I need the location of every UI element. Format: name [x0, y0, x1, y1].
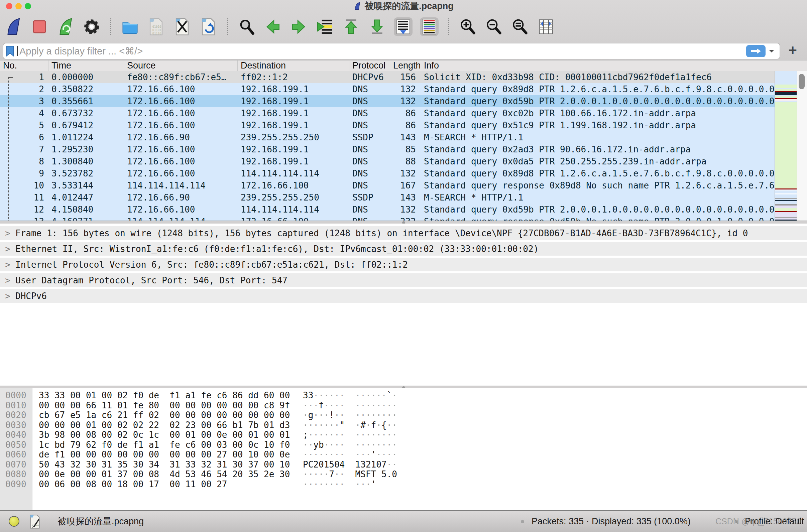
- packet-list[interactable]: 10.000000fe80::c89f:cb67:e5…ff02::1:2DHC…: [0, 71, 807, 221]
- start-capture-button[interactable]: [4, 17, 23, 36]
- go-forward-button[interactable]: [289, 17, 308, 36]
- display-filter-bar[interactable]: Apply a display filter ... <⌘/>: [3, 43, 780, 59]
- reload-file-button[interactable]: [199, 17, 218, 36]
- packet-row-12[interactable]: 124.150840172.16.66.100114.114.114.114DN…: [0, 204, 807, 215]
- column-header-destination[interactable]: Destination: [238, 60, 349, 71]
- minimap-band: [775, 194, 797, 198]
- cell: 0.679412: [49, 119, 124, 131]
- hex-row[interactable]: 0020cb 67 e5 1a c6 21 ff 02 00 00 00 00 …: [0, 410, 807, 420]
- packet-row-7[interactable]: 71.295230172.16.66.100192.168.199.1DNS85…: [0, 144, 807, 155]
- cell: 172.16.66.90: [124, 191, 238, 204]
- scrollbar-thumb[interactable]: [799, 74, 805, 89]
- hex-bytes: 00 06 00 08 00 18 00 17 00 11 00 27: [32, 479, 303, 490]
- hex-row[interactable]: 00403b 98 00 08 00 02 0c 1c 00 01 00 0e …: [0, 430, 807, 440]
- cell: 13: [0, 215, 49, 221]
- zoom-out-magnifier-icon: [485, 18, 502, 35]
- expert-info-indicator[interactable]: [9, 516, 19, 527]
- filter-dropdown-chevron-icon[interactable]: [768, 49, 775, 53]
- save-file-button[interactable]: 01010 01101 01110: [147, 17, 166, 36]
- auto-scroll-button[interactable]: [394, 17, 413, 36]
- cell: 192.168.199.1: [238, 155, 349, 167]
- cell: DNS: [349, 215, 390, 221]
- cell: 132: [390, 167, 420, 179]
- detail-text: Frame 1: 156 bytes on wire (1248 bits), …: [15, 228, 748, 238]
- hex-row[interactable]: 009000 06 00 08 00 18 00 17 00 11 00 27·…: [0, 479, 807, 490]
- packet-row-9[interactable]: 93.523782172.16.66.100114.114.114.114DNS…: [0, 167, 807, 179]
- cell: 172.16.66.90: [124, 131, 238, 144]
- find-packet-button[interactable]: [237, 17, 256, 36]
- packet-details-pane[interactable]: >Frame 1: 156 bytes on wire (1248 bits),…: [0, 224, 807, 386]
- cell: 0.350822: [49, 83, 124, 95]
- cell: 114.114.114.114: [124, 179, 238, 191]
- packet-row-11[interactable]: 114.012447172.16.66.90239.255.255.250SSD…: [0, 191, 807, 204]
- packet-row-10[interactable]: 103.533144114.114.114.114172.16.66.100DN…: [0, 179, 807, 191]
- detail-row[interactable]: >User Datagram Protocol, Src Port: 546, …: [0, 273, 807, 287]
- column-header-time[interactable]: Time: [49, 60, 124, 71]
- stop-capture-button[interactable]: [30, 17, 49, 36]
- resize-columns-button[interactable]: [537, 17, 555, 36]
- hex-row[interactable]: 003000 00 00 01 00 02 02 22 02 23 00 66 …: [0, 420, 807, 431]
- text-cursor: [17, 46, 18, 56]
- zoom-reset-button[interactable]: [510, 17, 529, 36]
- cell: ff02::1:2: [238, 71, 349, 83]
- hex-row[interactable]: 0060de f1 00 00 00 00 00 00 00 00 00 27 …: [0, 450, 807, 460]
- filter-bookmark-icon[interactable]: [6, 46, 14, 56]
- column-header-length[interactable]: Length: [390, 60, 420, 71]
- colorize-packets-button[interactable]: [420, 17, 438, 36]
- column-header-protocol[interactable]: Protocol: [349, 60, 390, 71]
- detail-row[interactable]: >DHCPv6: [0, 289, 807, 303]
- add-filter-button[interactable]: +: [785, 43, 800, 58]
- hex-row[interactable]: 000033 33 00 01 00 02 f0 de f1 a1 fe c6 …: [0, 391, 807, 401]
- detail-row[interactable]: >Frame 1: 156 bytes on wire (1248 bits),…: [0, 226, 807, 240]
- packet-row-3[interactable]: 30.355661172.16.66.100192.168.199.1DNS13…: [0, 95, 807, 107]
- hex-ascii: ···f···· ········: [303, 401, 397, 411]
- cell: 86: [390, 119, 420, 131]
- column-header-source[interactable]: Source: [124, 60, 238, 71]
- packet-row-2[interactable]: 20.350822172.16.66.100192.168.199.1DNS13…: [0, 83, 807, 95]
- apply-filter-button[interactable]: [746, 45, 766, 57]
- capture-options-button[interactable]: [82, 17, 101, 36]
- expand-chevron-icon[interactable]: >: [0, 291, 15, 301]
- open-file-button[interactable]: [121, 17, 139, 36]
- filter-input[interactable]: Apply a display filter ... <⌘/>: [19, 45, 746, 57]
- capture-comment-icon[interactable]: 01100: [30, 515, 41, 529]
- hex-offset: 0060: [0, 450, 32, 460]
- go-back-button[interactable]: [263, 17, 282, 36]
- packet-row-1[interactable]: 10.000000fe80::c89f:cb67:e5…ff02::1:2DHC…: [0, 71, 807, 83]
- expand-chevron-icon[interactable]: >: [0, 260, 15, 270]
- detail-row[interactable]: >Ethernet II, Src: WistronI_a1:fe:c6 (f0…: [0, 242, 807, 255]
- green-arrow-right-icon: [290, 18, 307, 35]
- cell: 0.000000: [49, 71, 124, 83]
- packet-row-13[interactable]: 134.160771114.114.114.114172.16.66.100DN…: [0, 215, 807, 221]
- status-filename[interactable]: 被嗅探的流量.pcapng: [57, 511, 144, 532]
- expand-chevron-icon[interactable]: >: [0, 228, 15, 238]
- column-header-no[interactable]: No.: [0, 60, 49, 71]
- packet-row-5[interactable]: 50.679412172.16.66.100192.168.199.1DNS86…: [0, 119, 807, 131]
- restart-capture-button[interactable]: [56, 17, 75, 36]
- go-to-packet-button[interactable]: [316, 17, 334, 36]
- expand-chevron-icon[interactable]: >: [0, 276, 15, 285]
- column-header-info[interactable]: Info: [420, 60, 807, 71]
- packet-row-6[interactable]: 61.011224172.16.66.90239.255.255.250SSDP…: [0, 131, 807, 144]
- detail-row[interactable]: >Internet Protocol Version 6, Src: fe80:…: [0, 258, 807, 271]
- intelligent-scrollbar-minimap[interactable]: [774, 71, 797, 221]
- packet-list-header: No.TimeSourceDestinationProtocolLengthIn…: [0, 60, 807, 72]
- hex-row[interactable]: 008000 0e 00 00 01 37 00 08 4d 53 46 54 …: [0, 470, 807, 479]
- go-last-packet-button[interactable]: [368, 17, 387, 36]
- packet-row-4[interactable]: 40.673732172.16.66.100192.168.199.1DNS86…: [0, 107, 807, 119]
- hex-ascii: ········ ···': [303, 479, 376, 490]
- stop-square-icon: [32, 19, 48, 35]
- hex-row[interactable]: 00501c bd 79 62 f0 de f1 a1 fe c6 00 03 …: [0, 440, 807, 450]
- zoom-in-button[interactable]: [458, 17, 477, 36]
- hex-row[interactable]: 001000 00 00 66 11 01 fe 80 00 00 00 00 …: [0, 401, 807, 411]
- packet-row-8[interactable]: 81.300840172.16.66.100192.168.199.1DNS88…: [0, 155, 807, 167]
- cell: DNS: [349, 119, 390, 131]
- zoom-out-button[interactable]: [484, 17, 503, 36]
- go-first-packet-button[interactable]: [342, 17, 360, 36]
- expand-chevron-icon[interactable]: >: [0, 244, 15, 254]
- packet-list-scrollbar[interactable]: [796, 71, 807, 221]
- hex-row[interactable]: 007050 43 32 30 31 35 30 34 31 33 32 31 …: [0, 460, 807, 470]
- cell: 114.114.114.114: [124, 215, 238, 221]
- packet-bytes-pane[interactable]: 000033 33 00 01 00 02 f0 de f1 a1 fe c6 …: [0, 388, 807, 510]
- close-file-button[interactable]: [173, 17, 191, 36]
